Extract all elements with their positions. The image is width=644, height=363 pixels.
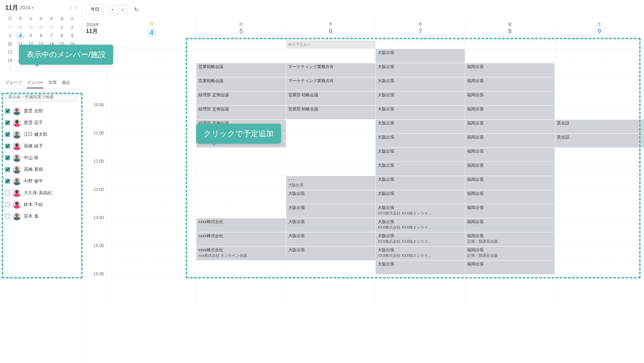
today-button[interactable]: 今日	[86, 4, 104, 14]
mini-cal-day[interactable]	[47, 65, 56, 73]
member-checkbox[interactable]	[5, 109, 10, 113]
member-item[interactable]: 豊雲 花子	[5, 117, 77, 129]
calendar-event[interactable]: 大阪出張	[376, 190, 465, 204]
time-slot[interactable]	[555, 260, 644, 274]
calendar-event[interactable]: 福岡出張	[465, 133, 554, 147]
next-button[interactable]: ›	[118, 5, 128, 14]
calendar-event[interactable]: 福岡出張	[465, 91, 554, 105]
calendar-event[interactable]: xxxx株式会社	[196, 218, 286, 232]
calendar-event[interactable]: 大阪出張	[376, 147, 465, 162]
time-slot[interactable]	[196, 162, 286, 176]
calendar-event[interactable]: 大阪出張	[376, 77, 465, 91]
member-item[interactable]: 高橋 直樹	[5, 164, 77, 175]
calendar-event[interactable]: マーケティング業務共有	[286, 77, 375, 91]
day-header[interactable]: 木7	[375, 19, 465, 40]
mini-cal-day[interactable]: 6	[36, 32, 46, 40]
mini-cal-day[interactable]: 29	[26, 24, 35, 31]
calendar-event[interactable]: 福岡出張	[465, 176, 554, 190]
time-slot[interactable]	[107, 147, 196, 162]
time-slot[interactable]	[196, 176, 286, 190]
member-search-input[interactable]	[5, 92, 77, 102]
mini-cal-day[interactable]: 8	[57, 32, 67, 40]
mini-cal-day[interactable]: 17	[5, 48, 15, 56]
mini-cal-day[interactable]: 24	[5, 57, 15, 64]
time-slot[interactable]	[555, 232, 644, 246]
calendar-event[interactable]: 福岡出張	[465, 260, 554, 274]
time-slot[interactable]	[555, 105, 644, 119]
time-slot[interactable]	[555, 162, 644, 176]
calendar-event[interactable]: 英会話	[555, 119, 644, 133]
time-slot[interactable]	[107, 162, 196, 176]
mini-cal-day[interactable]: 10	[5, 40, 15, 48]
time-slot[interactable]	[196, 260, 286, 274]
calendar-event[interactable]: 福岡出張	[465, 162, 554, 176]
time-slot[interactable]	[555, 218, 644, 232]
calendar-event[interactable]: 大阪出張	[376, 63, 465, 77]
calendar-event[interactable]: 経理部 定例会議	[196, 105, 286, 119]
member-item[interactable]: 高橋 綾子	[5, 140, 77, 152]
time-slot[interactable]	[107, 246, 196, 260]
calendar-event[interactable]: 大阪出張XXX株式会社 XXX様オンライ...	[376, 218, 465, 232]
calendar-event[interactable]: 福岡出張	[465, 105, 554, 119]
member-item[interactable]: 鈴木 千絵	[5, 199, 77, 210]
member-checkbox[interactable]	[5, 155, 10, 160]
time-slot[interactable]	[555, 176, 644, 190]
member-checkbox[interactable]	[5, 179, 10, 184]
mini-cal-day[interactable]: 5	[26, 32, 35, 40]
sidebar-tab[interactable]: メンバー	[27, 78, 43, 88]
mini-cal-day[interactable]: 3	[5, 32, 15, 40]
calendar-event[interactable]: 福岡出張	[465, 190, 554, 204]
mini-cal-day[interactable]: 27	[5, 24, 15, 31]
time-slot[interactable]	[107, 204, 196, 218]
calendar-event[interactable]: 大阪出張	[376, 176, 465, 190]
mini-cal-day[interactable]	[57, 65, 67, 73]
mini-cal-prev-icon[interactable]: ‹	[70, 4, 72, 11]
day-header[interactable]: 月4	[107, 19, 196, 40]
time-slot[interactable]	[555, 91, 644, 105]
calendar-event[interactable]: 大阪出張	[376, 49, 465, 63]
member-checkbox[interactable]	[5, 214, 10, 219]
mini-cal-day[interactable]: 28	[15, 24, 25, 31]
time-slot[interactable]	[286, 49, 375, 63]
time-slot[interactable]	[555, 147, 644, 162]
calendar-event[interactable]: 大阪出張	[376, 260, 465, 274]
day-column[interactable]: 営業戦略会議営業戦略会議経理部 定例会議経理部 定例会議経理部 定例会議経理部 …	[196, 49, 286, 302]
member-item[interactable]: 大久保 美由紀	[5, 187, 77, 199]
prev-button[interactable]: ‹	[107, 5, 118, 14]
time-slot[interactable]	[107, 49, 196, 63]
time-slot[interactable]	[196, 190, 286, 204]
time-slot[interactable]	[107, 133, 196, 147]
calendar-event[interactable]: 大阪出張	[376, 91, 465, 105]
calendar-event[interactable]: 営業部 戦略会議	[286, 105, 375, 119]
mini-cal-day[interactable]	[67, 65, 77, 73]
time-slot[interactable]	[286, 162, 375, 176]
allday-cell[interactable]: 終日予定あり	[286, 41, 375, 48]
calendar-event[interactable]: 経理部 定例会議	[196, 91, 286, 105]
day-column[interactable]: マーケティング業務共有マーケティング業務共有営業部 戦略会議営業部 戦略会議- …	[286, 49, 375, 302]
mini-cal-day[interactable]	[15, 65, 25, 73]
time-slot[interactable]	[107, 232, 196, 246]
calendar-event[interactable]: 大阪出張XXX株式会社 XXX様オンライ...	[376, 246, 465, 260]
calendar-event[interactable]: 福岡出張	[465, 119, 554, 133]
day-column[interactable]	[107, 49, 196, 302]
allday-cell[interactable]	[465, 41, 554, 48]
time-slot[interactable]	[555, 77, 644, 91]
calendar-event[interactable]: 福岡出張定例：部課長会議	[465, 232, 554, 246]
allday-cell[interactable]	[196, 41, 286, 48]
calendar-event[interactable]: xxxx株式会社xxx株式会社 オンライン会議	[196, 246, 286, 260]
calendar-event[interactable]: 大阪出張	[286, 218, 375, 232]
sidebar-tab[interactable]: 部署	[49, 78, 57, 88]
time-slot[interactable]	[107, 77, 196, 91]
calendar-event[interactable]: 大阪出張	[376, 105, 465, 119]
day-column[interactable]: 福岡出張福岡出張福岡出張福岡出張福岡出張福岡出張福岡出張福岡出張福岡出張福岡出張…	[465, 49, 554, 302]
calendar-event[interactable]: マーケティング業務共有	[286, 63, 375, 77]
time-slot[interactable]	[555, 190, 644, 204]
time-slot[interactable]	[107, 176, 196, 190]
member-checkbox[interactable]	[5, 120, 10, 125]
member-item[interactable]: 中野 修平	[5, 175, 77, 187]
member-item[interactable]: 中山 裕	[5, 152, 77, 164]
calendar-event[interactable]: 営業戦略会議	[196, 63, 286, 77]
member-checkbox[interactable]	[5, 144, 10, 148]
allday-cell[interactable]	[375, 41, 465, 48]
calendar-event[interactable]: 大阪出張	[376, 119, 465, 133]
